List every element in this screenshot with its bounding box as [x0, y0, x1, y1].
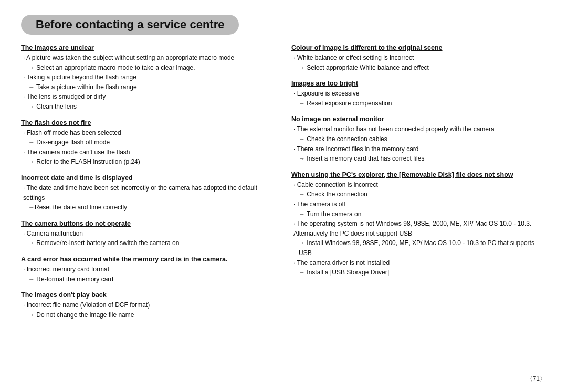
bullet-item: · The date and time have been set incorr… — [23, 183, 276, 203]
section-body-images-unclear: · A picture was taken the subject withou… — [21, 53, 276, 112]
bullet-item: · The lens is smudged or dirty — [23, 92, 276, 102]
section-buttons: The camera buttons do not operate· Camer… — [21, 220, 276, 248]
page-header: Before contacting a service centre — [21, 15, 546, 35]
section-title-too-bright: Images are too bright — [291, 80, 546, 87]
section-title-images-unclear: The images are unclear — [21, 44, 276, 51]
bullet-item: · There are incorrect files in the memor… — [293, 144, 546, 154]
title-box: Before contacting a service centre — [21, 15, 239, 35]
bullet-item: · Camera malfunction — [23, 229, 276, 239]
content-area: The images are unclear· A picture was ta… — [21, 44, 546, 327]
section-body-colour: · White balance or effect setting is inc… — [291, 53, 546, 72]
section-title-no-image: No image on external monitor — [291, 115, 546, 123]
arrow-text: → Remove/re-insert battery and switch th… — [28, 238, 276, 248]
section-title-card-error: A card error has occurred while the memo… — [21, 256, 276, 263]
section-title-buttons: The camera buttons do not operate — [21, 220, 276, 227]
section-playback: The images don't play back· Incorrect fi… — [21, 291, 276, 320]
bullet-item: · The camera mode can't use the flash — [23, 147, 276, 157]
section-title-flash-not-fire: The flash does not fire — [21, 119, 276, 126]
arrow-text: → Do not change the image file name — [28, 310, 276, 320]
section-body-too-bright: · Exposure is excessive→ Reset exposure … — [291, 89, 546, 108]
page-number: 〈71〉 — [527, 375, 546, 384]
section-title-removable-disk: When using the PC's explorer, the [Remov… — [291, 171, 546, 178]
bullet-item: · The operating system is not Windows 98… — [293, 219, 546, 238]
section-body-no-image: · The external monitor has not been conn… — [291, 124, 546, 163]
arrow-text: → Turn the camera on — [299, 209, 546, 219]
section-colour: Colour of image is different to the orig… — [291, 44, 546, 72]
bullet-item: · The external monitor has not been conn… — [293, 124, 546, 134]
arrow-text: → Install Windows 98, 98SE, 2000, ME, XP… — [299, 238, 546, 258]
arrow-text: → Dis-engage flash off mode — [28, 137, 276, 147]
arrow-text: → Clean the lens — [28, 102, 276, 112]
bullet-item: · The camera driver is not installed — [293, 258, 546, 268]
section-too-bright: Images are too bright· Exposure is exces… — [291, 80, 546, 108]
section-flash-not-fire: The flash does not fire· Flash off mode … — [21, 119, 276, 167]
arrow-text: → Refer to the FLASH instruction (p.24) — [28, 157, 276, 167]
arrow-text: → Select appropriate White balance and e… — [299, 63, 546, 73]
bullet-item: · Incorrect file name (Violation of DCF … — [23, 300, 276, 310]
arrow-text: → Select an appropriate macro mode to ta… — [28, 63, 276, 73]
arrow-text: → Check the connection — [299, 189, 546, 199]
bullet-item: · The camera is off — [293, 199, 546, 209]
section-body-card-error: · Incorrect memory card format→ Re-forma… — [21, 264, 276, 284]
right-column: Colour of image is different to the orig… — [291, 44, 546, 327]
bullet-item: · Flash off mode has been selected — [23, 128, 276, 138]
section-no-image: No image on external monitor· The extern… — [291, 115, 546, 163]
bullet-item: · A picture was taken the subject withou… — [23, 53, 276, 63]
page-title: Before contacting a service centre — [36, 18, 224, 31]
section-title-date-time: Incorrect date and time is displayed — [21, 174, 276, 182]
section-body-playback: · Incorrect file name (Violation of DCF … — [21, 300, 276, 320]
section-card-error: A card error has occurred while the memo… — [21, 256, 276, 284]
arrow-text: → Insert a memory card that has correct … — [299, 154, 546, 164]
arrow-text: →Reset the date and time correctly — [28, 203, 276, 213]
bullet-item: · Taking a picture beyond the flash rang… — [23, 72, 276, 82]
bullet-item: · Cable connection is incorrect — [293, 180, 546, 190]
bullet-item: · Exposure is excessive — [293, 89, 546, 99]
section-images-unclear: The images are unclear· A picture was ta… — [21, 44, 276, 112]
section-removable-disk: When using the PC's explorer, the [Remov… — [291, 171, 546, 278]
arrow-text: → Install a [USB Storage Driver] — [299, 268, 546, 278]
section-date-time: Incorrect date and time is displayed· Th… — [21, 174, 276, 213]
bullet-item: · Incorrect memory card format — [23, 264, 276, 274]
bullet-item: · White balance or effect setting is inc… — [293, 53, 546, 63]
left-column: The images are unclear· A picture was ta… — [21, 44, 276, 327]
section-title-colour: Colour of image is different to the orig… — [291, 44, 546, 51]
section-body-buttons: · Camera malfunction→ Remove/re-insert b… — [21, 229, 276, 248]
page: Before contacting a service centre The i… — [0, 0, 567, 392]
arrow-text: → Check the connection cables — [299, 134, 546, 144]
arrow-text: → Take a picture within the flash range — [28, 82, 276, 92]
section-body-date-time: · The date and time have been set incorr… — [21, 183, 276, 213]
arrow-text: → Re-format the memory card — [28, 274, 276, 284]
section-title-playback: The images don't play back — [21, 291, 276, 299]
arrow-text: → Reset exposure compensation — [299, 99, 546, 109]
section-body-flash-not-fire: · Flash off mode has been selected→ Dis-… — [21, 128, 276, 167]
section-body-removable-disk: · Cable connection is incorrect→ Check t… — [291, 180, 546, 278]
